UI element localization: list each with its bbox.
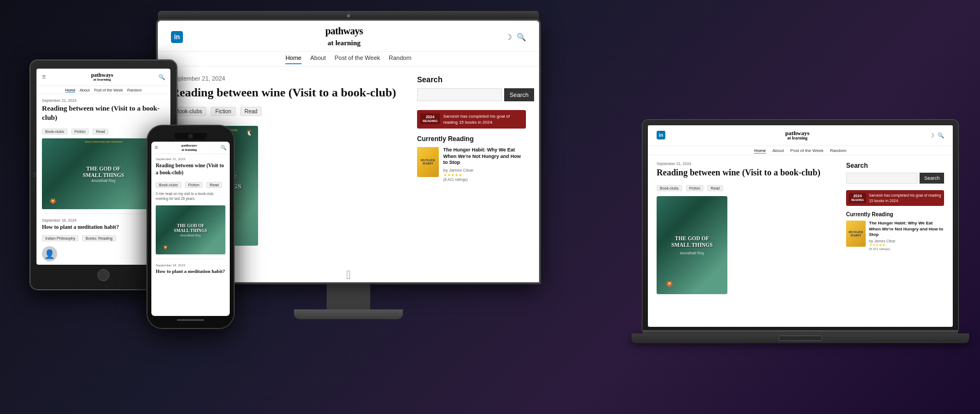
search-box: Search [417, 88, 526, 101]
nav-post-week[interactable]: Post of the Week [334, 54, 380, 64]
tablet-tag-read[interactable]: Read [93, 129, 108, 135]
phone-tag-fiction[interactable]: Fiction [185, 182, 203, 188]
laptop-reading-progress: Sarvesh has completed his goal of readin… [869, 193, 941, 204]
laptop-sidebar: Search Search 2024READING Sarvesh has co… [846, 162, 944, 294]
laptop-tag-read[interactable]: Read [707, 185, 723, 191]
tablet-lotus-icon [46, 196, 60, 206]
search-icon[interactable]: 🔍 [517, 33, 526, 41]
phone-screen: ☰ pathways at learning 🔍 September 21, 2… [151, 142, 230, 316]
laptop-tag-bookclubs[interactable]: Book-clubs [657, 185, 682, 191]
reading-progress-text: Sarvesh has completed his goal of readin… [443, 113, 523, 125]
phone-notch [174, 133, 207, 139]
reading-progress-card: 2024 READING Sarvesh has completed his g… [417, 110, 526, 129]
laptop-book-card: HUNGERHABIT The Hunger Habit: Why We Eat… [846, 221, 944, 250]
phone-frame: ☰ pathways at learning 🔍 September 21, 2… [147, 125, 234, 328]
desktop-site-nav: Home About Post of the Week Random [158, 52, 539, 66]
tablet-home-button[interactable] [97, 269, 109, 281]
tablet-menu-btn[interactable]: ☰ [42, 75, 46, 80]
laptop-site-header: in pathways at learning ☽ 🔍 [648, 125, 953, 146]
nav-about[interactable]: About [310, 54, 326, 64]
phone-menu-btn[interactable]: ☰ [155, 145, 158, 150]
laptop-screen-wrap: in pathways at learning ☽ 🔍 Home About P… [642, 120, 958, 330]
svg-point-3 [164, 246, 166, 248]
penguin-logo: 🐧 [246, 129, 254, 137]
phone-post-tags: Book-clubs Fiction Read [156, 179, 225, 188]
tablet-nav-home[interactable]: Home [65, 88, 76, 93]
tablet-post-date: September 21, 2024 [42, 99, 165, 102]
laptop-book-title-cover: THE GOD OFSMALL THINGS [671, 235, 713, 248]
tablet-tag-books[interactable]: Books: Reading [82, 235, 115, 241]
laptop-nav-random[interactable]: Random [830, 148, 846, 154]
currently-reading-title: Currently Reading [417, 135, 526, 143]
laptop-search-input[interactable] [846, 173, 917, 184]
laptop-currently-reading: Currently Reading [846, 211, 944, 217]
nav-random[interactable]: Random [389, 54, 412, 64]
laptop-sidebar-book-info: The Hunger Habit: Why We Eat When We're … [869, 221, 944, 250]
phone-divider [156, 259, 225, 259]
search-button[interactable]: Search [504, 88, 534, 101]
phone-tag-bookclubs[interactable]: Book-clubs [156, 182, 181, 188]
tablet-site-header: ☰ pathways at learning 🔍 [36, 69, 170, 86]
laptop-website: in pathways at learning ☽ 🔍 Home About P… [648, 125, 953, 301]
laptop-sidebar-book-author: by James Clear [869, 239, 944, 243]
laptop-search-icon[interactable]: 🔍 [938, 132, 944, 138]
post-date: September 21, 2024 [171, 75, 404, 82]
tablet-post-title: Reading between wine (Visit to a book-cl… [42, 104, 165, 123]
tablet-book-badge: 20TH ANNIVERSARY EDITION [84, 141, 122, 143]
tablet-site-nav: Home About Post of the Week Random [36, 86, 170, 94]
nav-home[interactable]: Home [285, 54, 301, 64]
laptop-search-button[interactable]: Search [920, 173, 944, 184]
tablet-site-logo: pathways at learning [91, 72, 113, 82]
laptop-tag-fiction[interactable]: Fiction [686, 185, 704, 191]
reading-year-badge: 2024 READING [420, 113, 440, 124]
laptop-post-title: Reading between wine (Visit to a book-cl… [657, 167, 835, 179]
moon-icon[interactable]: ☽ [505, 33, 512, 41]
tablet-nav-random[interactable]: Random [127, 88, 142, 93]
tablet-tag-fiction[interactable]: Fiction [71, 129, 89, 135]
laptop-site-logo: pathways at learning [785, 130, 810, 141]
laptop-moon-icon[interactable]: ☽ [929, 132, 934, 138]
phone-content: September 21, 2024 Reading between wine … [151, 154, 230, 278]
laptop-main-content: September 21, 2024 Reading between wine … [648, 155, 953, 301]
tag-read[interactable]: Read [240, 107, 262, 116]
sidebar-book-cover: HUNGERHABIT [417, 147, 439, 177]
laptop-base [632, 333, 969, 343]
tablet-nav-about[interactable]: About [79, 88, 89, 93]
laptop-book-cover: THE GOD OFSMALL THINGS Arundhati Roy [657, 196, 727, 294]
svg-point-2 [52, 200, 54, 202]
phone-book-title: THE GOD OFSMALL THINGS [174, 223, 207, 234]
phone-device: ☰ pathways at learning 🔍 September 21, 2… [147, 125, 234, 328]
laptop-sidebar-book-title: The Hunger Habit: Why We Eat When We're … [869, 221, 944, 238]
tablet-tag-bookclubs[interactable]: Book-clubs [42, 129, 68, 135]
laptop-screen: in pathways at learning ☽ 🔍 Home About P… [648, 125, 953, 327]
search-input[interactable] [417, 88, 502, 101]
tag-fiction[interactable]: Fiction [211, 107, 235, 116]
laptop-sidebar-book-ratings: (8,421 ratings) [869, 247, 944, 251]
post-tags: Book-clubs Fiction Read [171, 106, 404, 120]
laptop-book-author-cover: Arundhati Roy [680, 251, 704, 255]
sidebar-book-card: HUNGERHABIT The Hunger Habit: Why We Eat… [417, 147, 526, 181]
phone-post-date: September 21, 2024 [156, 157, 225, 161]
laptop-nav-post-week[interactable]: Post of the Week [791, 148, 824, 154]
search-section-title: Search [417, 75, 526, 84]
laptop-nav-home[interactable]: Home [754, 148, 765, 154]
laptop-sidebar-book-stars: ★★★★★ [869, 243, 944, 247]
phone-home-bar[interactable] [177, 319, 204, 321]
sidebar-book-author: by James Clear [443, 168, 526, 173]
laptop-linkedin-icon[interactable]: in [657, 131, 665, 139]
laptop-nav-about[interactable]: About [773, 148, 784, 154]
laptop-search-title: Search [846, 162, 944, 169]
desktop-sidebar: Search Search 2024 READING [417, 75, 526, 246]
tablet-search-icon[interactable]: 🔍 [158, 74, 165, 80]
phone-tag-read[interactable]: Read [206, 182, 222, 188]
sidebar-book-info: The Hunger Habit: Why We Eat When We're … [443, 147, 526, 181]
tablet-tag-indian[interactable]: Indian Philosophy [42, 235, 78, 241]
laptop-touchpad[interactable] [779, 336, 822, 341]
desktop-site-logo: pathways at learning [325, 26, 363, 48]
phone-search-icon[interactable]: 🔍 [220, 145, 226, 150]
laptop-reading-card: 2024READING Sarvesh has completed his go… [846, 190, 944, 206]
linkedin-icon[interactable]: in [171, 31, 183, 43]
tablet-avatar: 👤 [42, 246, 57, 261]
laptop-site-nav: Home About Post of the Week Random [648, 146, 953, 155]
tablet-nav-post-week[interactable]: Post of the Week [94, 88, 123, 93]
